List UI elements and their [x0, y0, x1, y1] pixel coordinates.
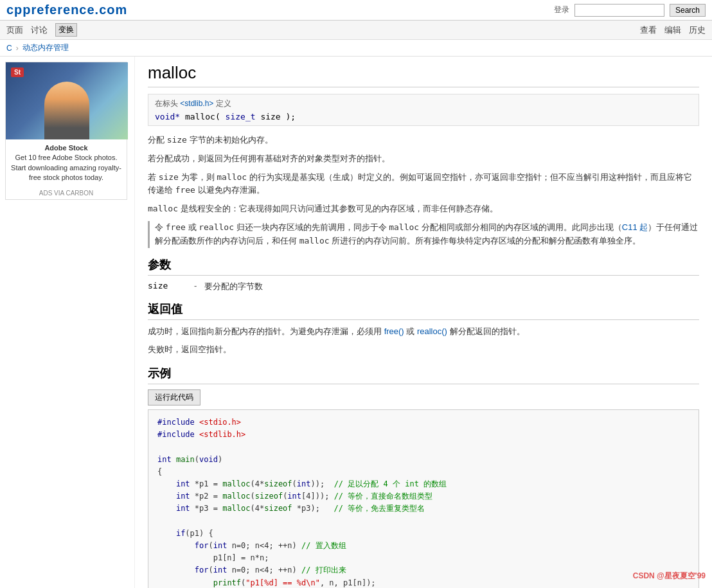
watermark: CSDN @星夜夏空'99 — [633, 571, 706, 582]
c11-link[interactable]: C11 起 — [622, 222, 648, 232]
desc-1: 分配 size 字节的未初始化内存。 — [148, 134, 699, 147]
breadcrumb-memory[interactable]: 动态内存管理 — [22, 42, 69, 53]
ad-person-figure — [44, 82, 89, 139]
param-name: size — [148, 281, 186, 292]
def-code: void* malloc( size_t size ); — [155, 112, 692, 121]
main-layout: St Adobe Stock Get 10 free Adobe Stock p… — [0, 57, 712, 588]
nav-history[interactable]: 历史 — [689, 24, 706, 36]
content-area: malloc 在标头 <stdlib.h> 定义 void* malloc( s… — [135, 57, 712, 588]
nav-tab-page[interactable]: 页面 — [6, 24, 23, 36]
breadcrumb: C › 动态内存管理 — [0, 40, 712, 57]
nav-right: 查看 编辑 历史 — [640, 24, 706, 36]
site-header: cppreference.com 登录 Search — [0, 0, 712, 21]
ad-logo-text: St — [14, 69, 21, 76]
ad-logo: St — [11, 67, 24, 77]
params-table: size - 要分配的字节数 — [148, 281, 699, 292]
page-title: malloc — [148, 63, 699, 87]
example-heading: 示例 — [148, 366, 699, 384]
nav-tab-discuss[interactable]: 讨论 — [31, 24, 48, 36]
stdlib-link[interactable]: <stdlib.h> — [180, 99, 213, 108]
nav-edit[interactable]: 编辑 — [664, 24, 681, 36]
sidebar: St Adobe Stock Get 10 free Adobe Stock p… — [0, 57, 135, 588]
ad-description: Get 10 free Adobe Stock photos. Start do… — [11, 154, 121, 181]
param-dash: - — [194, 281, 197, 292]
param-row-size: size - 要分配的字节数 — [148, 281, 699, 292]
return-line-2: 失败时，返回空指针。 — [148, 343, 699, 357]
ad-image: St — [6, 62, 128, 139]
return-heading: 返回值 — [148, 301, 699, 320]
search-button[interactable]: Search — [670, 4, 706, 17]
breadcrumb-c[interactable]: C — [6, 44, 12, 53]
desc-3: 若 size 为零，则 malloc 的行为实现是基实现（生成）时定义的。例如可… — [148, 171, 699, 198]
definition-header: 在标头 <stdlib.h> 定义 void* malloc( size_t s… — [148, 94, 699, 126]
param-desc: 要分配的字节数 — [204, 281, 263, 292]
ad-via: ADS VIA CARBON — [6, 187, 127, 199]
header-right: 登录 Search — [554, 4, 706, 17]
return-line-1: 成功时，返回指向新分配内存的指针。为避免内存泄漏，必须用 free() 或 re… — [148, 325, 699, 339]
desc-2: 若分配成功，则返回为任何拥有基础对齐的对象类型对齐的指针。 — [148, 152, 699, 166]
login-link[interactable]: 登录 — [554, 4, 569, 15]
ad-text: Adobe Stock Get 10 free Adobe Stock phot… — [6, 139, 127, 187]
search-input[interactable] — [574, 4, 664, 17]
run-code-button[interactable]: 运行此代码 — [148, 389, 200, 405]
ad-brand: Adobe Stock — [44, 144, 87, 152]
params-heading: 参数 — [148, 257, 699, 276]
breadcrumb-sep: › — [16, 44, 19, 53]
def-source: 在标头 <stdlib.h> 定义 — [155, 98, 692, 109]
desc-4: malloc 是线程安全的：它表现得如同只访问通过其参数可见的内存区域，而非任何… — [148, 202, 699, 216]
desc-5: 令 free 或 realloc 归还一块内存区域的先前调用，同步于令 mall… — [148, 221, 699, 248]
realloc-link[interactable]: realloc() — [417, 326, 447, 336]
nav-left: 页面 讨论 变换 — [6, 23, 77, 37]
navbar: 页面 讨论 变换 查看 编辑 历史 — [0, 21, 712, 40]
ad-box: St Adobe Stock Get 10 free Adobe Stock p… — [5, 62, 127, 200]
code-block: #include <stdio.h> #include <stdlib.h> i… — [148, 409, 699, 588]
nav-view[interactable]: 查看 — [640, 24, 657, 36]
free-link[interactable]: free() — [384, 326, 404, 336]
nav-tab-switch[interactable]: 变换 — [55, 23, 77, 37]
site-title: cppreference.com — [6, 3, 127, 17]
